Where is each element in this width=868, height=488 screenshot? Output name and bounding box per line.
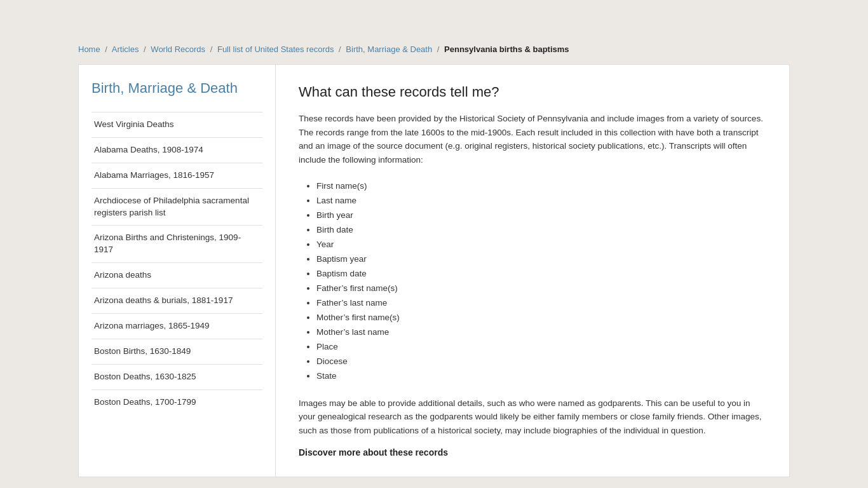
list-item: Arizona Births and Christenings, 1909-19… (92, 225, 262, 262)
sidebar-list: West Virginia Deaths Alabama Deaths, 190… (92, 112, 262, 415)
sidebar-link-8[interactable]: Boston Births, 1630-1849 (92, 339, 262, 364)
list-item: Alabama Deaths, 1908-1974 (92, 137, 262, 163)
breadcrumb: Home / Articles / World Records / Full l… (78, 32, 790, 64)
breadcrumb-world-records[interactable]: World Records (151, 44, 205, 54)
sidebar: Birth, Marriage & Death West Virginia De… (78, 64, 275, 477)
list-item: Archdiocese of Philadelphia sacramental … (92, 188, 262, 226)
breadcrumb-birth-marriage[interactable]: Birth, Marriage & Death (346, 44, 432, 54)
info-item: Year (316, 238, 766, 252)
sidebar-link-5[interactable]: Arizona deaths (92, 263, 262, 288)
list-item: Arizona deaths & burials, 1881-1917 (92, 288, 262, 313)
sidebar-link-3[interactable]: Archdiocese of Philadelphia sacramental … (92, 189, 262, 226)
sidebar-link-0[interactable]: West Virginia Deaths (92, 112, 262, 137)
breadcrumb-sep-5: / (437, 44, 440, 54)
info-item: Diocese (316, 355, 766, 369)
sidebar-link-9[interactable]: Boston Deaths, 1630-1825 (92, 365, 262, 390)
info-item: Last name (316, 194, 766, 208)
additional-info: Images may be able to provide additional… (299, 396, 766, 438)
discover-title: Discover more about these records (299, 447, 766, 458)
breadcrumb-sep-1: / (105, 44, 107, 54)
info-item: First name(s) (316, 179, 766, 194)
sidebar-link-1[interactable]: Alabama Deaths, 1908-1974 (92, 138, 262, 163)
content-area: What can these records tell me? These re… (275, 64, 790, 477)
list-item: Arizona marriages, 1865-1949 (92, 313, 262, 339)
info-item: Birth date (316, 223, 766, 238)
info-item: Mother’s last name (316, 325, 766, 340)
main-layout: Birth, Marriage & Death West Virginia De… (78, 64, 790, 477)
breadcrumb-home[interactable]: Home (78, 44, 100, 54)
info-list: First name(s) Last name Birth year Birth… (299, 179, 766, 383)
content-description: These records have been provided by the … (299, 112, 766, 166)
sidebar-link-2[interactable]: Alabama Marriages, 1816-1957 (92, 163, 262, 188)
breadcrumb-sep-2: / (144, 44, 146, 54)
sidebar-link-10[interactable]: Boston Deaths, 1700-1799 (92, 390, 262, 415)
info-item: Father’s first name(s) (316, 281, 766, 296)
list-item: Boston Deaths, 1630-1825 (92, 364, 262, 390)
list-item: Boston Births, 1630-1849 (92, 339, 262, 364)
info-item: Mother’s first name(s) (316, 311, 766, 325)
breadcrumb-current: Pennsylvania births & baptisms (444, 44, 569, 54)
list-item: Boston Deaths, 1700-1799 (92, 390, 262, 415)
info-item: Baptism year (316, 252, 766, 267)
info-item: State (316, 369, 766, 384)
info-item: Place (316, 340, 766, 355)
sidebar-link-6[interactable]: Arizona deaths & burials, 1881-1917 (92, 288, 262, 313)
sidebar-link-7[interactable]: Arizona marriages, 1865-1949 (92, 314, 262, 339)
breadcrumb-sep-3: / (210, 44, 213, 54)
list-item: West Virginia Deaths (92, 112, 262, 137)
info-item: Birth year (316, 208, 766, 223)
list-item: Alabama Marriages, 1816-1957 (92, 163, 262, 188)
breadcrumb-sep-4: / (339, 44, 341, 54)
sidebar-link-4[interactable]: Arizona Births and Christenings, 1909-19… (92, 226, 262, 262)
info-item: Baptism date (316, 267, 766, 281)
breadcrumb-articles[interactable]: Articles (112, 44, 139, 54)
content-title: What can these records tell me? (299, 84, 766, 100)
list-item: Arizona deaths (92, 262, 262, 288)
info-item: Father’s last name (316, 296, 766, 311)
sidebar-title: Birth, Marriage & Death (92, 80, 262, 99)
breadcrumb-us-records[interactable]: Full list of United States records (217, 44, 334, 54)
